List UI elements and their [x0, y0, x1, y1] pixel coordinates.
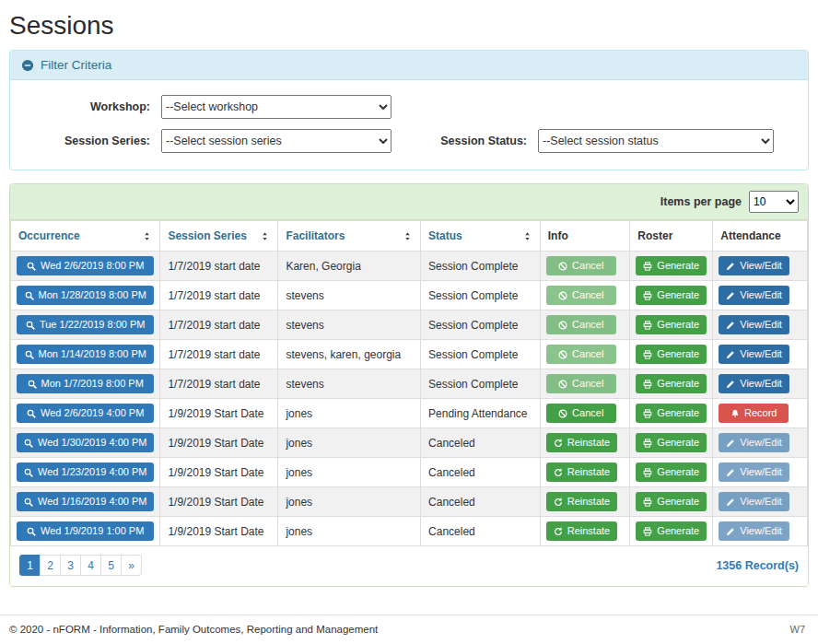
sort-icon — [142, 231, 152, 241]
attendance-button[interactable]: View/Edit — [719, 286, 789, 305]
sort-icon — [260, 231, 270, 241]
roster-cell: Generate — [630, 487, 713, 517]
print-icon — [643, 527, 652, 536]
ban-icon — [558, 291, 567, 300]
print-icon — [643, 498, 652, 507]
workshop-select[interactable]: --Select workshop — [161, 95, 391, 119]
roster-generate-button[interactable]: Generate — [636, 463, 707, 482]
column-header-facilitators[interactable]: Facilitators — [278, 221, 421, 252]
info-button: Cancel — [546, 345, 616, 364]
search-icon — [27, 409, 36, 418]
table-header-row: Occurrence Session Series Facilitators S… — [11, 221, 808, 252]
collapse-minus-icon[interactable] — [21, 59, 34, 72]
page-button[interactable]: 3 — [60, 555, 81, 576]
session-status-select[interactable]: --Select session status — [538, 129, 774, 153]
info-button[interactable]: Cancel — [546, 404, 616, 423]
roster-cell: Generate — [630, 310, 713, 340]
roster-generate-button[interactable]: Generate — [636, 256, 707, 275]
roster-generate-button[interactable]: Generate — [636, 315, 707, 334]
search-icon — [24, 439, 33, 448]
reinstate-icon — [554, 527, 563, 536]
occurrence-cell: Wed 1/9/2019 1:00 PM — [11, 517, 160, 546]
attendance-button: View/Edit — [719, 521, 789, 541]
filter-criteria-title: Filter Criteria — [41, 58, 111, 72]
occurrence-button[interactable]: Wed 1/9/2019 1:00 PM — [17, 521, 154, 541]
roster-cell: Generate — [630, 369, 713, 399]
table-row: Wed 2/6/2019 8:00 PM 1/7/2019 start date… — [11, 252, 808, 281]
column-label: Status — [428, 229, 462, 242]
session-series-cell: 1/7/2019 start date — [160, 281, 278, 310]
roster-generate-button[interactable]: Generate — [636, 286, 707, 305]
page-button[interactable]: 5 — [100, 555, 122, 576]
search-icon — [28, 380, 37, 389]
occurrence-button[interactable]: Mon 1/28/2019 8:00 PM — [17, 286, 154, 305]
attendance-button[interactable]: View/Edit — [719, 256, 789, 275]
attendance-cell: View/Edit — [713, 487, 808, 517]
attendance-button[interactable]: View/Edit — [719, 374, 789, 393]
roster-generate-button[interactable]: Generate — [636, 374, 707, 393]
attendance-button: View/Edit — [719, 433, 789, 452]
page-button[interactable]: 4 — [80, 555, 101, 576]
filter-criteria-header[interactable]: Filter Criteria — [10, 51, 808, 80]
sort-icon — [522, 231, 532, 241]
roster-generate-button[interactable]: Generate — [636, 404, 707, 423]
occurrence-button[interactable]: Wed 2/6/2019 8:00 PM — [17, 256, 154, 275]
roster-generate-button[interactable]: Generate — [636, 433, 707, 452]
attendance-button[interactable]: Record — [719, 404, 789, 423]
attendance-cell: View/Edit — [713, 369, 808, 399]
footer-copyright: © 2020 - nFORM - Information, Family Out… — [9, 624, 378, 635]
column-label: Info — [548, 229, 568, 242]
info-button[interactable]: Reinstate — [546, 492, 617, 511]
info-button[interactable]: Reinstate — [546, 521, 617, 541]
column-header-status[interactable]: Status — [421, 221, 541, 252]
table-row: Wed 2/6/2019 4:00 PM 1/9/2019 Start Date… — [11, 399, 808, 428]
occurrence-button[interactable]: Tue 1/22/2019 8:00 PM — [17, 315, 154, 334]
print-icon — [643, 468, 652, 477]
session-series-select[interactable]: --Select session series — [161, 129, 391, 153]
occurrence-button[interactable]: Wed 1/30/2019 4:00 PM — [17, 433, 154, 452]
table-row: Mon 1/7/2019 8:00 PM 1/7/2019 start date… — [11, 369, 808, 399]
info-cell: Reinstate — [540, 458, 630, 487]
roster-cell: Generate — [630, 517, 713, 546]
roster-generate-button[interactable]: Generate — [636, 345, 707, 364]
session-series-cell: 1/7/2019 start date — [160, 310, 278, 340]
occurrence-button[interactable]: Wed 1/23/2019 4:00 PM — [17, 463, 154, 482]
items-per-page-select[interactable]: 10 — [749, 191, 799, 213]
attendance-button[interactable]: View/Edit — [719, 315, 789, 334]
search-icon — [25, 291, 34, 300]
facilitators-cell: jones — [278, 399, 421, 428]
column-header-session-series[interactable]: Session Series — [160, 221, 278, 252]
page-button[interactable]: » — [121, 555, 142, 576]
roster-generate-button[interactable]: Generate — [636, 521, 707, 541]
search-icon — [27, 262, 36, 271]
occurrence-button[interactable]: Mon 1/7/2019 8:00 PM — [17, 374, 154, 393]
session-series-cell: 1/9/2019 Start Date — [160, 487, 278, 517]
occurrence-button[interactable]: Mon 1/14/2019 8:00 PM — [17, 345, 154, 364]
search-icon — [24, 498, 33, 507]
sort-icon — [403, 231, 413, 241]
session-series-cell: 1/7/2019 start date — [160, 369, 278, 399]
page-button[interactable]: 1 — [19, 555, 41, 576]
pencil-icon — [726, 262, 735, 271]
ban-icon — [558, 350, 567, 359]
ban-icon — [558, 409, 567, 418]
info-button[interactable]: Reinstate — [546, 433, 617, 452]
column-header-occurrence[interactable]: Occurrence — [11, 221, 160, 252]
print-icon — [643, 350, 652, 359]
session-series-cell: 1/7/2019 start date — [160, 340, 278, 369]
pencil-icon — [726, 321, 735, 330]
attendance-button[interactable]: View/Edit — [719, 345, 789, 364]
info-button[interactable]: Reinstate — [546, 463, 617, 482]
pencil-icon — [726, 439, 735, 448]
column-label: Facilitators — [286, 229, 345, 242]
page-button[interactable]: 2 — [40, 555, 61, 576]
site-footer: © 2020 - nFORM - Information, Family Out… — [0, 615, 818, 635]
roster-generate-button[interactable]: Generate — [636, 492, 707, 511]
attendance-cell: Record — [713, 399, 808, 428]
print-icon — [643, 262, 652, 271]
occurrence-button[interactable]: Wed 2/6/2019 4:00 PM — [17, 404, 154, 423]
table-body: Wed 2/6/2019 8:00 PM 1/7/2019 start date… — [11, 252, 808, 546]
status-cell: Session Complete — [421, 252, 541, 281]
status-cell: Canceled — [421, 458, 541, 487]
occurrence-button[interactable]: Wed 1/16/2019 4:00 PM — [17, 492, 154, 511]
